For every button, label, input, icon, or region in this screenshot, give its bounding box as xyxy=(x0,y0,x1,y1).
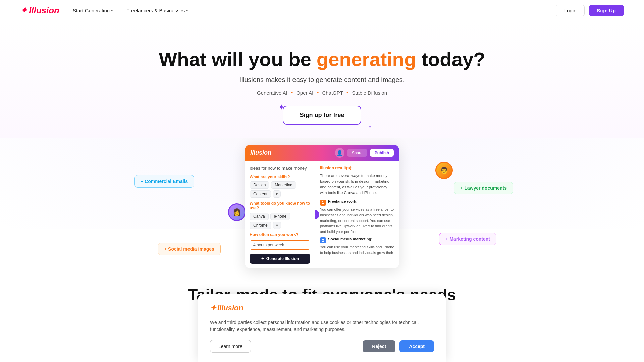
cookie-logo-symbol: ✦ xyxy=(210,304,216,312)
hero-subtitle: Illusions makes it easy to generate cont… xyxy=(20,76,624,84)
pill-marketing-label: + Marketing content xyxy=(445,236,490,242)
reject-button[interactable]: Reject xyxy=(363,340,395,352)
cookie-logo: ✦ Illusion xyxy=(210,304,434,312)
tech-generative-ai: Generative AI xyxy=(257,90,287,96)
cta-button[interactable]: Sign up for free xyxy=(283,106,361,125)
tag-design: Design xyxy=(250,181,269,189)
tech-badges: Generative AI • OpenAI • ChatGPT • Stabl… xyxy=(20,89,624,96)
result-item-1: 1 Freelance work: You can offer your ser… xyxy=(320,199,394,235)
result-item-2: 2 Social media marketing: You can use yo… xyxy=(320,237,394,255)
tech-dot-2: • xyxy=(317,89,319,96)
signup-button[interactable]: Sign Up xyxy=(589,5,624,16)
tag-chrome: Chrome xyxy=(250,222,271,229)
generate-button[interactable]: ✦ Generate Illusion xyxy=(250,254,310,264)
skills-label: What are your skills? xyxy=(250,175,310,179)
tag-marketing: Marketing xyxy=(271,181,296,189)
learn-more-button[interactable]: Learn more xyxy=(210,340,251,353)
pill-marketing-content[interactable]: + Marketing content xyxy=(439,233,496,245)
tag-canva: Canva xyxy=(250,213,269,220)
chevron-down-icon: ▾ xyxy=(111,8,113,13)
logo[interactable]: ✦ Illusion xyxy=(20,5,59,16)
avatar-right: 👨 xyxy=(435,162,453,179)
hero-headline: What will you be generating today? xyxy=(20,48,624,71)
card-avatar-icon: 👤 xyxy=(335,148,344,158)
tech-dot-1: • xyxy=(291,89,293,96)
logo-symbol: ✦ xyxy=(20,5,28,16)
pill-commercial-emails[interactable]: + Commercial Emails xyxy=(134,175,194,188)
demo-area: + Commercial Emails + Social media image… xyxy=(121,145,523,259)
result-item-2-title: Social media marketing: xyxy=(328,237,372,241)
tech-chatgpt: ChatGPT xyxy=(322,90,343,96)
login-button[interactable]: Login xyxy=(556,5,585,16)
card-body: Ideas for how to make money What are you… xyxy=(245,161,399,268)
pill-social-images[interactable]: + Social media images xyxy=(158,243,221,255)
nav-start-generating[interactable]: Start Generating ▾ xyxy=(73,8,113,13)
cookie-text: We and third parties collect personal in… xyxy=(210,319,434,333)
logo-name: Illusion xyxy=(29,5,59,16)
hero-section: What will you be generating today? Illus… xyxy=(0,21,644,138)
card-right-panel: ▶ Illusion result(s): There are several … xyxy=(315,161,399,268)
avatar-left: 👩 xyxy=(228,203,246,221)
tech-openai: OpenAI xyxy=(296,90,313,96)
hours-label: How often can you work? xyxy=(250,232,310,237)
cookie-buttons: Reject Accept xyxy=(363,340,434,352)
result-item-1-title: Freelance work: xyxy=(328,199,358,203)
nav-right: Login Sign Up xyxy=(556,5,624,16)
tag-tools-dropdown[interactable]: ▾ xyxy=(273,222,281,229)
navbar: ✦ Illusion Start Generating ▾ Freelancer… xyxy=(0,0,644,21)
cookie-logo-name: Illusion xyxy=(217,304,243,312)
star-left-icon: ✦ xyxy=(278,103,284,112)
generate-icon: ✦ xyxy=(261,256,264,261)
card-header-actions: 👤 Share Publish xyxy=(335,148,394,158)
hours-input[interactable] xyxy=(250,240,310,250)
tools-label: What tools do you know how to use? xyxy=(250,201,310,210)
skills-tags: Design Marketing Content ▾ xyxy=(250,181,310,198)
result-item-2-header: 2 Social media marketing: xyxy=(320,237,394,243)
tag-iphone: iPhone xyxy=(270,213,290,220)
tools-tags: Canva iPhone Chrome ▾ xyxy=(250,213,310,229)
card-header: Illusion 👤 Share Publish xyxy=(245,145,399,161)
pill-commercial-label: + Commercial Emails xyxy=(141,179,188,184)
tag-content: Content xyxy=(250,190,271,198)
result-intro: There are several ways to make money bas… xyxy=(320,173,394,196)
tag-skills-dropdown[interactable]: ▾ xyxy=(273,190,281,198)
generate-label: Generate Illusion xyxy=(266,256,299,261)
accept-button[interactable]: Accept xyxy=(399,340,434,352)
cookie-actions: Learn more Reject Accept xyxy=(210,340,434,353)
nav-freelancers-businesses[interactable]: Freelancers & Businesses ▾ xyxy=(126,8,188,13)
hero-cta-wrap: ✦ Sign up for free ✦ xyxy=(20,106,624,125)
card-share-button[interactable]: Share xyxy=(347,149,367,157)
chevron-down-icon: ▾ xyxy=(186,8,188,13)
result-num-2: 2 xyxy=(320,237,326,243)
play-button[interactable]: ▶ xyxy=(315,210,319,219)
pill-lawyer-docs[interactable]: + Lawyer documents xyxy=(454,182,513,194)
result-label: Illusion result(s): xyxy=(320,166,394,170)
tech-stable-diffusion: Stable Diffusion xyxy=(352,90,387,96)
star-right-icon: ✦ xyxy=(368,125,372,129)
result-num-1: 1 xyxy=(320,200,326,206)
card-publish-button[interactable]: Publish xyxy=(370,149,394,157)
app-demo-card: Illusion 👤 Share Publish Ideas for how t… xyxy=(245,145,399,268)
card-left-panel: Ideas for how to make money What are you… xyxy=(245,161,315,268)
result-item-1-header: 1 Freelance work: xyxy=(320,199,394,206)
pill-social-label: + Social media images xyxy=(164,246,214,252)
nav-left: ✦ Illusion Start Generating ▾ Freelancer… xyxy=(20,5,188,16)
card-logo: Illusion xyxy=(250,149,271,156)
cookie-banner: ✦ Illusion We and third parties collect … xyxy=(198,294,446,362)
result-item-2-text: You can use your marketing skills and iP… xyxy=(320,244,394,255)
pill-lawyer-label: + Lawyer documents xyxy=(460,185,507,191)
result-item-1-text: You can offer your services as a freelan… xyxy=(320,207,394,235)
card-query: Ideas for how to make money xyxy=(250,166,310,171)
tech-dot-3: • xyxy=(346,89,348,96)
